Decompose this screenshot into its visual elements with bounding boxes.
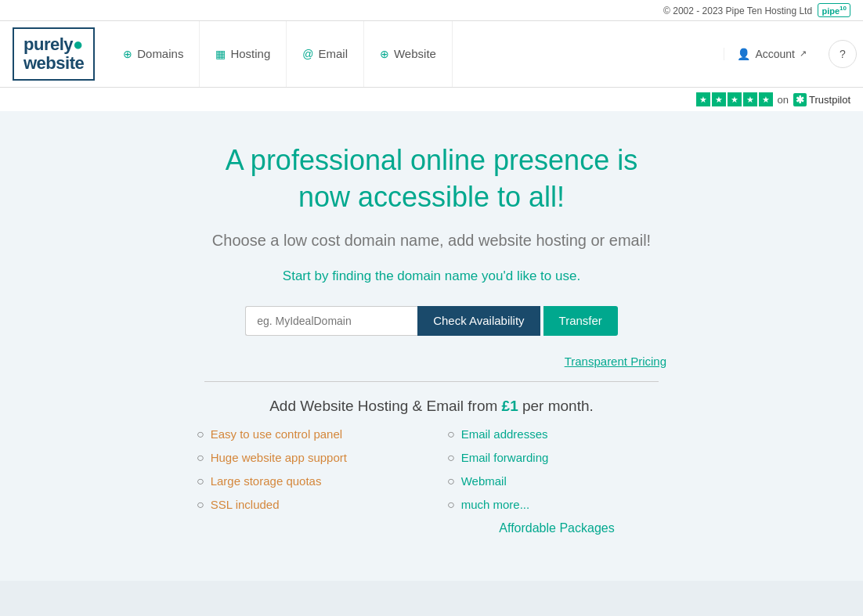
hero-sub2-prefix: Start by finding the domain name you'd [283, 268, 517, 283]
hero-subtitle: Choose a low cost domain name, add websi… [197, 232, 666, 250]
bullet-icon-7: ○ [447, 474, 455, 488]
main-content: A professional online presence is now ac… [0, 111, 863, 581]
feature-text-4: SSL included [211, 498, 280, 511]
bullet-icon-1: ○ [197, 427, 204, 441]
nav-account[interactable]: 👤 Account ↗ [724, 48, 819, 60]
star-2: ★ [712, 92, 726, 106]
nav-domains[interactable]: ⊕ Domains [107, 21, 200, 87]
transfer-button[interactable]: Transfer [543, 306, 618, 336]
bullet-icon-8: ○ [447, 498, 455, 512]
list-item: ○ much more... [447, 498, 666, 512]
bullet-icon-2: ○ [197, 451, 204, 465]
hero-title: A professional online presence is now ac… [197, 142, 666, 216]
copyright-text: © 2002 - 2023 Pipe Ten Hosting Ltd [663, 5, 812, 16]
bullet-icon-3: ○ [197, 474, 204, 488]
transparent-pricing-link[interactable]: Transparent Pricing [565, 355, 666, 368]
feature-text-7: Webmail [461, 474, 507, 488]
website-icon: ⊕ [380, 48, 389, 60]
logo[interactable]: purely● website [13, 27, 95, 81]
nav-account-label: Account [755, 48, 795, 60]
list-item: ○ Easy to use control panel [197, 427, 416, 441]
bullet-icon-4: ○ [197, 498, 204, 512]
section-divider [204, 381, 659, 382]
nav-hosting-label: Hosting [230, 47, 270, 60]
nav-right: 👤 Account ↗ ? [724, 21, 863, 87]
hero-section: A professional online presence is now ac… [197, 142, 666, 535]
list-item: ○ SSL included [197, 498, 416, 512]
nav-links: ⊕ Domains ▦ Hosting @ Email ⊕ Website 👤 … [107, 21, 863, 87]
navigation: purely● website ⊕ Domains ▦ Hosting @ Em… [0, 21, 863, 88]
hero-title-line1: A professional online presence is [226, 144, 637, 176]
bullet-icon-5: ○ [447, 427, 455, 441]
feature-text-5: Email addresses [461, 427, 548, 441]
pricing-link-section: Transparent Pricing [197, 355, 666, 369]
features-title: Add Website Hosting & Email from £1 per … [197, 398, 666, 415]
feature-text-8: much more... [461, 498, 530, 511]
star-5: ★ [759, 92, 773, 106]
list-item: ○ Large storage quotas [197, 474, 416, 488]
affordable-packages-link[interactable]: Affordable Packages [447, 521, 666, 535]
star-1: ★ [696, 92, 710, 106]
features-title-suffix: per month. [518, 398, 594, 414]
nav-website-label: Website [394, 47, 436, 60]
features-title-price: £1 [502, 398, 518, 414]
features-col-left: ○ Easy to use control panel ○ Huge websi… [197, 427, 416, 535]
feature-text-3: Large storage quotas [211, 474, 322, 488]
hosting-icon: ▦ [215, 48, 226, 60]
list-item: ○ Huge website app support [197, 451, 416, 465]
star-3: ★ [728, 92, 742, 106]
nav-website[interactable]: ⊕ Website [364, 21, 453, 87]
feature-text-2: Huge website app support [211, 451, 347, 464]
trustpilot-on-text: on [778, 94, 789, 106]
features-section: Add Website Hosting & Email from £1 per … [197, 398, 666, 535]
logo-dot: ● [73, 34, 83, 54]
trustpilot-logo: ✱ Trustpilot [793, 93, 850, 106]
pipe-badge: pipe10 [818, 3, 850, 17]
features-title-prefix: Add Website Hosting & Email from [269, 398, 501, 414]
nav-domains-label: Domains [137, 47, 183, 60]
hero-title-line2: now accessible to all! [298, 181, 565, 213]
bullet-icon-6: ○ [447, 451, 455, 465]
account-icon: 👤 [737, 48, 750, 60]
logo-line2: website [23, 54, 84, 73]
nav-email-label: Email [318, 47, 348, 60]
nav-help-button[interactable]: ? [829, 40, 857, 68]
nav-hosting[interactable]: ▦ Hosting [200, 21, 287, 87]
feature-text-1: Easy to use control panel [211, 427, 342, 441]
check-availability-button[interactable]: Check Availability [417, 306, 540, 336]
feature-text-6: Email forwarding [461, 451, 549, 464]
list-item: ○ Email addresses [447, 427, 666, 441]
features-columns: ○ Easy to use control panel ○ Huge websi… [197, 427, 666, 535]
search-section: Check Availability Transfer [197, 306, 666, 336]
star-4: ★ [743, 92, 757, 106]
logo-area: purely● website [0, 21, 107, 87]
trustpilot-text: Trustpilot [809, 94, 850, 106]
top-bar: © 2002 - 2023 Pipe Ten Hosting Ltd pipe1… [0, 0, 863, 21]
hero-sub2: Start by finding the domain name you'd l… [197, 268, 666, 284]
nav-email[interactable]: @ Email [287, 21, 364, 87]
list-item: ○ Webmail [447, 474, 666, 488]
trustpilot-icon: ✱ [793, 93, 807, 106]
trustpilot-bar: ★ ★ ★ ★ ★ on ✱ Trustpilot [0, 88, 863, 111]
list-item: ○ Email forwarding [447, 451, 666, 465]
external-link-icon: ↗ [800, 49, 807, 59]
features-col-right: ○ Email addresses ○ Email forwarding ○ W… [447, 427, 666, 535]
star-rating: ★ ★ ★ ★ ★ [696, 92, 773, 106]
domain-search-input[interactable] [245, 306, 417, 336]
logo-line1: purely● [23, 35, 83, 54]
email-nav-icon: @ [302, 48, 313, 60]
domains-icon: ⊕ [123, 48, 132, 60]
hero-sub2-link: like to use. [517, 268, 580, 283]
